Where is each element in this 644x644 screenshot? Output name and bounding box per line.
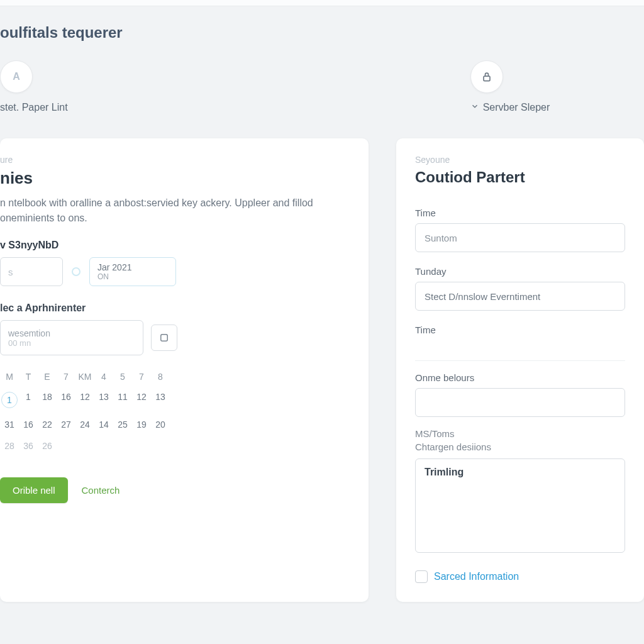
ms-label: MS/Toms — [415, 428, 625, 439]
calendar-header-cell: 7 — [57, 372, 75, 382]
calendar-day — [57, 441, 75, 451]
onme-label: Onme belours — [415, 372, 625, 383]
calendar-day[interactable]: 20 — [151, 419, 170, 430]
calendar-row: 283626 — [0, 441, 350, 451]
calendar-header-cell: T — [19, 372, 38, 382]
primary-button[interactable]: Orible nell — [0, 477, 68, 503]
step-one-badge: A — [0, 60, 33, 93]
calendar-day — [94, 441, 113, 451]
schedule-card: ure nies n ntelbook with oralline a anbo… — [0, 138, 369, 602]
calendar-header-cell: 5 — [113, 372, 132, 382]
svg-rect-1 — [161, 335, 168, 341]
calendar-day[interactable]: 22 — [38, 419, 57, 430]
duration-input[interactable]: wesemtion 00 mn — [0, 320, 143, 355]
calendar-header-cell: 8 — [151, 372, 170, 382]
calendar-day[interactable]: 25 — [113, 419, 132, 430]
calendar-day[interactable]: 13 — [94, 392, 113, 408]
left-card-title: nies — [0, 169, 350, 188]
calendar-day[interactable]: 13 — [151, 392, 170, 408]
calendar-day[interactable]: 11 — [113, 392, 132, 408]
calendar-day — [113, 441, 132, 451]
calendar-day[interactable]: 14 — [94, 419, 113, 430]
tunday-input[interactable] — [415, 282, 625, 311]
calendar-day[interactable]: 12 — [75, 392, 94, 408]
calendar-row: 311622272414251920 — [0, 419, 350, 430]
calendar-day[interactable]: 24 — [75, 419, 94, 430]
step-two-badge — [470, 60, 503, 93]
calendar-day — [132, 441, 151, 451]
select-small[interactable]: s — [0, 257, 63, 286]
group-one-label: v S3nyyNbD — [0, 240, 350, 251]
top-strip — [0, 0, 644, 6]
step-one-letter: A — [13, 71, 20, 82]
calendar-day[interactable]: 19 — [132, 419, 151, 430]
calendar-header-cell: E — [38, 372, 57, 382]
calendar-day[interactable]: 1 — [19, 392, 38, 408]
date-select-line1: Jar 2021 — [97, 262, 131, 272]
chevron-down-icon — [470, 102, 479, 113]
right-eyebrow: Seyoune — [415, 155, 625, 165]
secondary-button[interactable]: Conterch — [82, 485, 120, 496]
onme-input[interactable] — [415, 388, 625, 417]
page-title: oulfitals tequerer — [0, 24, 644, 42]
left-eyebrow: ure — [0, 155, 350, 165]
group-two-label: lec a Aprhnirenter — [0, 303, 350, 314]
square-icon — [158, 332, 170, 343]
date-select[interactable]: Jar 2021 ON — [89, 257, 176, 286]
calendar-header-cell: 7 — [132, 372, 151, 382]
calendar-day[interactable]: 16 — [19, 419, 38, 430]
calendar-header: MTE7KM4578 — [0, 372, 350, 382]
calendar-row: 1118161213111213 — [0, 392, 350, 408]
date-select-line2: ON — [97, 272, 109, 281]
lock-icon — [480, 70, 493, 83]
calendar-day[interactable]: 18 — [38, 392, 57, 408]
radio-indicator[interactable] — [72, 267, 80, 276]
tunday-label: Tunday — [415, 266, 625, 277]
notes-textarea[interactable]: Trimling — [415, 458, 625, 553]
calendar-toggle-button[interactable] — [151, 325, 177, 351]
calendar-day[interactable]: 36 — [19, 441, 38, 451]
duration-line2: 00 mn — [8, 338, 135, 348]
step-one[interactable]: A stet. Paper Lint — [0, 60, 68, 113]
calendar-header-cell: M — [0, 372, 19, 382]
calendar: MTE7KM4578 11181612131112133116222724142… — [0, 372, 350, 451]
calendar-day[interactable]: 31 — [0, 419, 19, 430]
calendar-day[interactable]: 26 — [38, 441, 57, 451]
calendar-day[interactable]: 1 — [0, 392, 19, 408]
divider — [415, 360, 625, 361]
textarea-content: Trimling — [425, 467, 464, 477]
step-two-label: Servber Sleper — [483, 102, 550, 113]
step-one-label: stet. Paper Lint — [0, 102, 68, 113]
left-card-description: n ntelbook with oralline a anbost:servie… — [0, 196, 350, 226]
details-card: Seyoune Coutiod Partert Time Tunday Time… — [396, 138, 644, 602]
calendar-header-cell: KM — [75, 372, 94, 382]
calendar-day[interactable]: 28 — [0, 441, 19, 451]
calendar-header-cell: 4 — [94, 372, 113, 382]
calendar-day — [151, 441, 170, 451]
time-label: Time — [415, 208, 625, 218]
chtargen-label: Chtargen desiions — [415, 441, 625, 452]
calendar-day[interactable]: 12 — [132, 392, 151, 408]
duration-line1: wesemtion — [8, 328, 135, 338]
step-two[interactable]: Servber Sleper — [470, 60, 550, 113]
sarced-link[interactable]: Sarced Information — [434, 571, 519, 582]
calendar-day — [75, 441, 94, 451]
svg-rect-0 — [484, 76, 490, 81]
calendar-day[interactable]: 27 — [57, 419, 75, 430]
time-input[interactable] — [415, 223, 625, 252]
time2-label: Time — [415, 325, 625, 335]
calendar-day[interactable]: 16 — [57, 392, 75, 408]
right-card-title: Coutiod Partert — [415, 169, 625, 186]
sarced-checkbox[interactable] — [415, 570, 428, 583]
